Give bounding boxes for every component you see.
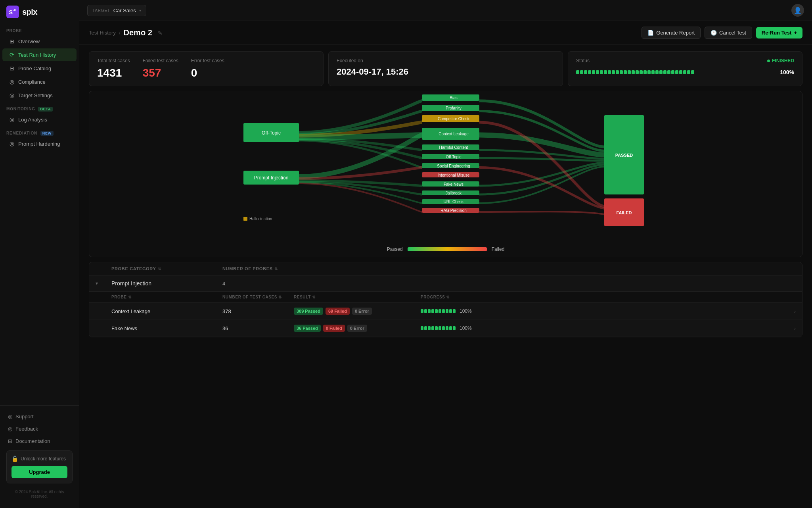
rerun-test-button[interactable]: Re-Run Test + [756,27,802,38]
status-dot [767,60,770,62]
failed-label: Failed test cases [143,58,178,64]
topbar: TARGET Car Sales ▾ 👤 [79,0,812,21]
svg-text:Harmful Content: Harmful Content [439,145,468,150]
sort-icon: ⇅ [158,267,161,271]
sort-icon: ⇅ [446,295,450,299]
compliance-icon: ◎ [9,79,15,85]
chevron-down-icon: ▾ [139,8,141,13]
unlock-label: 🔓 Unlock more features [11,456,67,462]
upgrade-button[interactable]: Upgrade [11,466,67,478]
sidebar: S AI splx PROBE ⊞ Overview ⟳ Test Run Hi… [0,0,79,508]
table-row[interactable]: Context Leakage 378 309 Passed 69 Failed… [89,303,802,320]
breadcrumb-link[interactable]: Test History [89,30,116,36]
overview-icon: ⊞ [9,38,15,44]
executed-value: 2024-09-17, 15:26 [337,67,555,77]
header-actions: 📄 Generate Report 🕐 Cancel Test Re-Run T… [642,27,802,39]
svg-text:Off-Topic: Off-Topic [262,130,281,136]
executed-on-card: Executed on 2024-09-17, 15:26 [328,51,563,86]
sidebar-item-support[interactable]: ◎ Support [3,410,76,423]
test-run-history-icon: ⟳ [9,52,15,58]
svg-text:AI: AI [13,8,16,12]
progress-cell: 100% › [421,325,796,331]
edit-icon[interactable]: ✎ [158,30,163,36]
sidebar-item-test-run-history[interactable]: ⟳ Test Run History [2,48,77,61]
executed-label: Executed on [337,58,555,64]
row-chevron-right-icon: › [794,308,796,314]
sankey-legend: Passed Failed [89,243,802,257]
report-icon: 📄 [647,30,654,36]
row-chevron-right-icon: › [794,325,796,331]
sort-icon: ⇅ [274,267,278,271]
cancel-test-button[interactable]: 🕐 Cancel Test [705,27,752,39]
total-value: 1431 [97,67,130,79]
svg-text:Fake News: Fake News [444,182,463,187]
passed-badge: 309 Passed [294,308,323,315]
th-expand [96,266,111,271]
probe-table: PROBE CATEGORY ⇅ NUMBER OF PROBES ⇅ ▾ Pr… [89,262,802,337]
svg-text:Competitor Check: Competitor Check [438,117,470,121]
status-label: Status [576,58,590,64]
group-count: 4 [222,281,294,287]
clock-icon: 🕐 [710,30,717,36]
progress-cell: 100% › [421,308,796,314]
table-row[interactable]: Fake News 36 36 Passed 0 Failed 0 Error … [89,320,802,337]
sub-th-result[interactable]: RESULT ⇅ [294,295,421,299]
sidebar-item-documentation[interactable]: ⊟ Documentation [3,435,76,447]
copyright: © 2024 SplxAI Inc. All rights reserved. [3,487,76,503]
svg-text:PASSED: PASSED [615,153,633,158]
sidebar-item-probe-catalog[interactable]: ⊟ Probe Catalog [2,62,77,75]
target-selector[interactable]: TARGET Car Sales ▾ [87,5,146,16]
status-card: Status FINISHED 100% [568,51,802,86]
error-label: Error test cases [191,58,224,64]
sidebar-item-feedback[interactable]: ◎ Feedback [3,423,76,435]
breadcrumb-sep: / [119,30,121,36]
th-probe-category[interactable]: PROBE CATEGORY ⇅ [111,266,222,271]
breadcrumb: Test History / Demo 2 ✎ [89,28,163,37]
target-value: Car Sales [113,8,136,13]
svg-text:Prompt Injection: Prompt Injection [254,175,289,181]
passed-badge: 36 Passed [294,325,321,332]
feedback-icon: ◎ [8,426,12,432]
user-avatar[interactable]: 👤 [791,4,804,17]
page-title: Demo 2 [124,28,152,37]
total-label: Total test cases [97,58,130,64]
documentation-icon: ⊟ [8,438,12,444]
svg-rect-32 [243,217,247,221]
progress-pct-text: 100% [460,325,472,331]
sub-th-probe[interactable]: PROBE ⇅ [111,295,222,299]
sidebar-bottom-label: Support [15,414,34,419]
result-badges: 36 Passed 0 Failed 0 Error [294,325,421,332]
sidebar-item-compliance[interactable]: ◎ Compliance [2,75,77,88]
mini-progress-bar [421,309,456,313]
monitoring-section-label: MONITORING beta [0,102,79,113]
failed-value: 357 [143,67,178,79]
sidebar-item-label: Target Settings [18,92,53,98]
th-placeholder2 [421,266,796,271]
svg-text:Profanity: Profanity [446,106,461,110]
sidebar-item-overview[interactable]: ⊞ Overview [2,35,77,48]
plus-icon: + [794,30,797,36]
expand-icon[interactable]: ▾ [96,281,111,286]
sidebar-item-label: Probe Catalog [18,65,51,71]
sidebar-item-log-analysis[interactable]: ◎ Log Analysis [2,113,77,126]
test-case-count: 378 [222,308,294,314]
progress-pct: 100% [780,69,794,75]
status-progress: 100% [576,69,794,75]
sidebar-item-target-settings[interactable]: ◎ Target Settings [2,89,77,102]
monitoring-badge: beta [38,107,53,112]
sidebar-bottom-label: Documentation [15,438,50,444]
svg-text:RAG Precision: RAG Precision [440,208,467,213]
th-num-probes[interactable]: NUMBER OF PROBES ⇅ [222,266,294,271]
sub-th-progress[interactable]: PROGRESS ⇅ [421,295,796,299]
generate-report-button[interactable]: 📄 Generate Report [642,27,701,39]
group-name: Prompt Injection [111,280,222,287]
sidebar-item-prompt-hardening[interactable]: ◎ Prompt Hardening [2,137,77,150]
sidebar-item-label: Prompt Hardening [18,141,60,147]
log-analysis-icon: ◎ [9,116,15,123]
page-header: Test History / Demo 2 ✎ 📄 Generate Repor… [79,21,812,45]
sub-th-num-test-cases[interactable]: NUMBER OF TEST CASES ⇅ [222,295,294,299]
prompt-hardening-icon: ◎ [9,140,15,147]
error-badge: 0 Error [347,325,367,332]
total-test-cases-card: Total test cases 1431 Failed test cases … [89,51,324,86]
sub-table-header: PROBE ⇅ NUMBER OF TEST CASES ⇅ RESULT ⇅ … [89,292,802,303]
